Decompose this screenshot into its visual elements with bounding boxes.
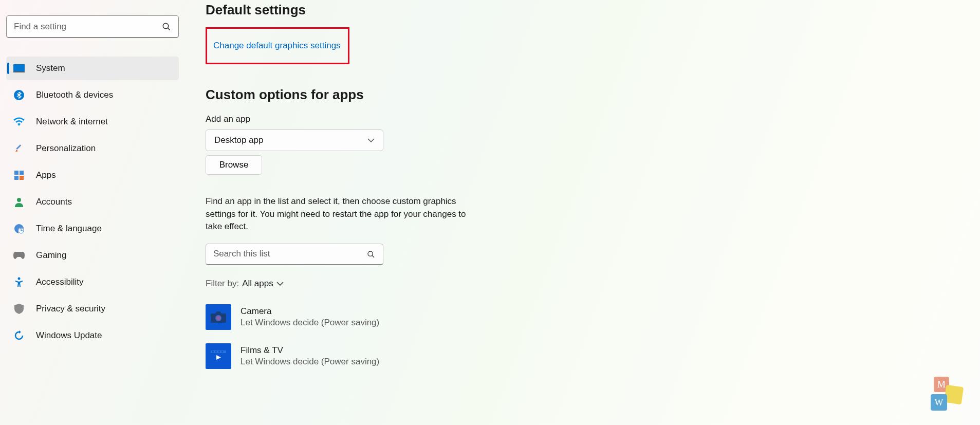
nav-accessibility[interactable]: Accessibility — [6, 270, 179, 294]
dropdown-value: Desktop app — [214, 135, 263, 145]
bluetooth-icon — [13, 89, 25, 101]
nav-label: Network & internet — [36, 117, 108, 127]
filter-value: All apps — [242, 279, 273, 289]
default-settings-heading: Default settings — [206, 2, 980, 18]
nav-label: Bluetooth & devices — [36, 90, 113, 100]
nav-personalization[interactable]: Personalization — [6, 137, 179, 160]
camera-app-icon — [206, 304, 231, 330]
help-text: Find an app in the list and select it, t… — [206, 195, 483, 233]
svg-line-16 — [372, 255, 374, 257]
shield-icon — [13, 303, 25, 315]
display-icon — [13, 63, 25, 74]
nav-bluetooth[interactable]: Bluetooth & devices — [6, 83, 179, 107]
svg-point-15 — [368, 251, 373, 256]
nav-time-language[interactable]: Time & language — [6, 217, 179, 241]
wifi-icon — [13, 116, 25, 127]
svg-rect-6 — [14, 171, 19, 175]
search-icon[interactable] — [159, 20, 174, 34]
svg-rect-22 — [212, 351, 214, 353]
clock-globe-icon — [13, 223, 25, 234]
highlighted-link-box: Change default graphics settings — [206, 27, 349, 64]
app-row-films-tv[interactable]: Films & TV Let Windows decide (Power sav… — [206, 343, 980, 369]
add-app-label: Add an app — [206, 114, 980, 124]
person-icon — [13, 196, 25, 208]
svg-rect-24 — [218, 351, 220, 353]
find-setting-input[interactable] — [6, 15, 179, 38]
svg-rect-8 — [14, 176, 19, 180]
nav-windows-update[interactable]: Windows Update — [6, 324, 179, 347]
browse-button[interactable]: Browse — [206, 155, 262, 175]
gamepad-icon — [13, 250, 25, 261]
nav-privacy[interactable]: Privacy & security — [6, 297, 179, 321]
svg-rect-3 — [13, 71, 25, 72]
nav-label: System — [36, 63, 65, 73]
nav-label: Apps — [36, 170, 56, 180]
nav-label: Privacy & security — [36, 304, 105, 314]
list-search — [206, 244, 383, 265]
nav-list: System Bluetooth & devices Network & int… — [6, 57, 179, 347]
app-name: Camera — [241, 306, 379, 317]
nav-label: Windows Update — [36, 330, 102, 341]
nav-label: Accounts — [36, 197, 72, 207]
paintbrush-icon — [13, 143, 25, 154]
svg-rect-5 — [16, 144, 21, 150]
app-subtitle: Let Windows decide (Power saving) — [241, 356, 379, 367]
svg-rect-9 — [20, 176, 24, 180]
custom-options-heading: Custom options for apps — [206, 87, 980, 103]
svg-rect-7 — [20, 171, 24, 175]
apps-icon — [13, 170, 25, 181]
nav-system[interactable]: System — [6, 57, 179, 80]
app-name: Films & TV — [241, 345, 379, 356]
svg-point-0 — [163, 23, 169, 29]
nav-label: Time & language — [36, 224, 102, 234]
app-type-dropdown[interactable]: Desktop app — [206, 130, 383, 151]
main-content: Default settings Change default graphics… — [185, 0, 980, 425]
app-list: Camera Let Windows decide (Power saving)… — [206, 304, 980, 369]
chevron-down-icon — [367, 138, 375, 142]
svg-text:M: M — [937, 379, 946, 390]
app-subtitle: Let Windows decide (Power saving) — [241, 317, 379, 328]
search-icon[interactable] — [364, 247, 378, 262]
app-row-camera[interactable]: Camera Let Windows decide (Power saving) — [206, 304, 980, 330]
films-tv-app-icon — [206, 343, 231, 369]
nav-accounts[interactable]: Accounts — [6, 190, 179, 214]
chevron-down-icon — [276, 282, 284, 286]
filter-prefix: Filter by: — [206, 279, 239, 289]
svg-point-14 — [18, 278, 21, 280]
watermark-icon: M W — [930, 377, 965, 412]
nav-apps[interactable]: Apps — [6, 163, 179, 187]
change-default-graphics-link[interactable]: Change default graphics settings — [213, 41, 341, 51]
svg-rect-2 — [13, 64, 25, 71]
filter-row[interactable]: Filter by: All apps — [206, 279, 980, 289]
search-list-input[interactable] — [206, 244, 383, 265]
sidebar-search — [6, 15, 179, 38]
update-icon — [13, 330, 25, 341]
nav-network[interactable]: Network & internet — [6, 110, 179, 134]
svg-point-19 — [216, 316, 220, 320]
nav-label: Gaming — [36, 250, 67, 261]
svg-line-1 — [168, 28, 170, 30]
nav-label: Accessibility — [36, 277, 84, 287]
svg-rect-25 — [221, 351, 223, 353]
svg-text:W: W — [935, 397, 944, 408]
svg-point-10 — [17, 198, 21, 202]
nav-gaming[interactable]: Gaming — [6, 244, 179, 267]
settings-sidebar: System Bluetooth & devices Network & int… — [0, 0, 185, 425]
accessibility-icon — [13, 276, 25, 288]
nav-label: Personalization — [36, 143, 96, 154]
svg-rect-23 — [215, 351, 217, 353]
